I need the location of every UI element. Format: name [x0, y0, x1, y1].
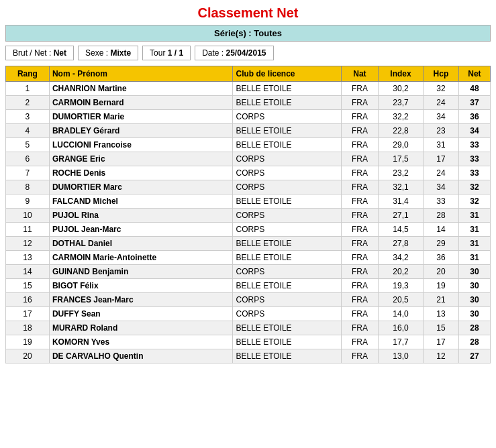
table-row: 1CHANRION MartineBELLE ETOILEFRA30,23248	[6, 82, 491, 96]
col-hcp: Hcp	[424, 66, 459, 82]
col-index: Index	[378, 66, 423, 82]
col-nat: Nat	[341, 66, 378, 82]
table-row: 4BRADLEY GérardBELLE ETOILEFRA22,82334	[6, 124, 491, 138]
table-row: 19KOMORN YvesBELLE ETOILEFRA17,71728	[6, 335, 491, 349]
results-table: Rang Nom - Prénom Club de licence Nat In…	[5, 66, 491, 363]
table-row: 13CARMOIN Marie-AntoinetteBELLE ETOILEFR…	[6, 251, 491, 265]
table-row: 18MURARD RolandBELLE ETOILEFRA16,01528	[6, 321, 491, 335]
sexe-label: Sexe :	[85, 48, 110, 58]
table-row: 11PUJOL Jean-MarcCORPSFRA14,51431	[6, 223, 491, 237]
brut-net-label: Brut / Net :	[13, 48, 54, 58]
tour-label: Tour	[150, 48, 168, 58]
sexe-value: Mixte	[110, 48, 131, 58]
table-row: 17DUFFY SeanCORPSFRA14,01330	[6, 307, 491, 321]
brut-net-value: Net	[54, 48, 66, 58]
table-row: 10PUJOL RinaCORPSFRA27,12831	[6, 209, 491, 223]
page-title: Classement Net	[5, 5, 491, 21]
brut-net-box: Brut / Net : Net	[5, 46, 74, 60]
page-container: Classement Net Série(s) : Toutes Brut / …	[0, 0, 496, 369]
table-body: 1CHANRION MartineBELLE ETOILEFRA30,23248…	[6, 82, 491, 363]
table-row: 5LUCCIONI FrancoiseBELLE ETOILEFRA29,031…	[6, 138, 491, 152]
table-row: 2CARMOIN BernardBELLE ETOILEFRA23,72437	[6, 96, 491, 110]
table-row: 9FALCAND MichelBELLE ETOILEFRA31,43332	[6, 194, 491, 209]
table-row: 14GUINAND BenjaminCORPSFRA20,22030	[6, 265, 491, 279]
table-row: 20DE CARVALHO QuentinBELLE ETOILEFRA13,0…	[6, 349, 491, 363]
tour-value: 1 / 1	[168, 48, 183, 58]
date-value: 25/04/2015	[226, 48, 266, 58]
col-rang: Rang	[6, 66, 50, 82]
table-row: 16FRANCES Jean-MarcCORPSFRA20,52130	[6, 293, 491, 307]
table-row: 6GRANGE EricCORPSFRA17,51733	[6, 152, 491, 166]
table-row: 3DUMORTIER MarieCORPSFRA32,23436	[6, 110, 491, 124]
tour-box: Tour 1 / 1	[142, 46, 191, 60]
col-club: Club de licence	[233, 66, 342, 82]
series-bar: Série(s) : Toutes	[5, 25, 491, 42]
table-row: 15BIGOT FélixBELLE ETOILEFRA19,31930	[6, 279, 491, 293]
table-row: 7ROCHE DenisCORPSFRA23,22433	[6, 166, 491, 180]
info-bar: Brut / Net : Net Sexe : Mixte Tour 1 / 1…	[5, 46, 491, 60]
date-label: Date :	[202, 48, 226, 58]
col-net: Net	[458, 66, 490, 82]
sexe-box: Sexe : Mixte	[78, 46, 138, 60]
date-box: Date : 25/04/2015	[195, 46, 273, 60]
table-header-row: Rang Nom - Prénom Club de licence Nat In…	[6, 66, 491, 82]
col-nom: Nom - Prénom	[49, 66, 233, 82]
table-row: 12DOTHAL DanielBELLE ETOILEFRA27,82931	[6, 237, 491, 251]
table-row: 8DUMORTIER MarcCORPSFRA32,13432	[6, 180, 491, 194]
